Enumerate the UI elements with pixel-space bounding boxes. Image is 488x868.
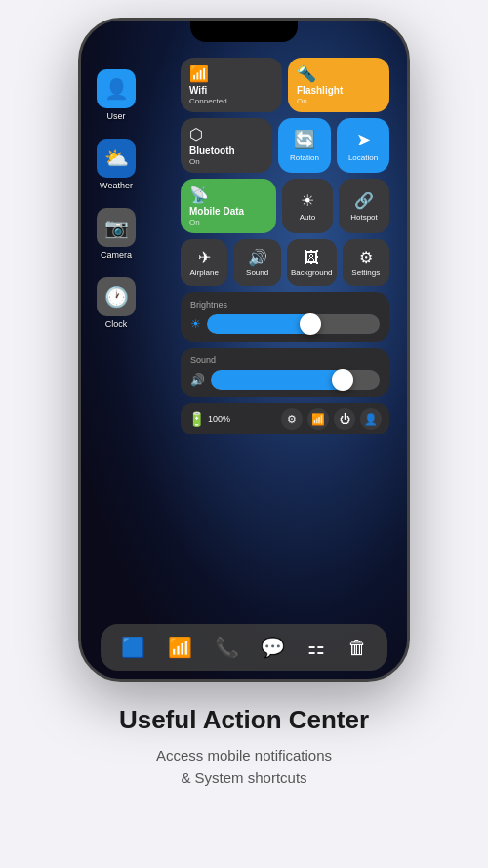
cc-action-row: ✈ Airplane 🔊 Sound 🖼 Background ⚙ Settin… <box>181 239 389 286</box>
sound-vol-icon: 🔊 <box>190 373 205 387</box>
sound-icon: 🔊 <box>248 248 267 267</box>
flashlight-status: On <box>297 97 381 105</box>
airplane-tile[interactable]: ✈ Airplane <box>181 239 227 286</box>
page-subtitle: Access mobile notifications& System shor… <box>119 745 369 789</box>
sound-label: Sound <box>246 269 268 277</box>
mobile-data-label: Mobile Data <box>189 206 267 218</box>
rotation-label: Rotation <box>290 153 319 162</box>
phone-notch <box>190 21 298 42</box>
battery-indicator: 🔋 100% <box>188 411 230 427</box>
phone-dock: 🟦 📶 📞 💬 ⚏ 🗑 <box>101 624 387 671</box>
bluetooth-tile[interactable]: ⬡ Bluetooth On <box>181 118 272 173</box>
mobile-data-status: On <box>189 218 267 227</box>
brightness-slider[interactable] <box>207 314 380 334</box>
sound-slider-section: Sound 🔊 <box>181 348 389 397</box>
location-label: Location <box>348 153 378 162</box>
settings-icon: ⚙ <box>359 248 373 267</box>
page-title: Useful Action Center <box>119 705 369 735</box>
dock-messages-icon[interactable]: 💬 <box>261 636 285 659</box>
cc-row-3: 📡 Mobile Data On ☀ Auto 🔗 Hotspot <box>181 179 389 233</box>
rotation-tile[interactable]: 🔄 Rotation <box>278 118 331 173</box>
location-icon: ➤ <box>356 129 371 150</box>
bluetooth-icon: ⬡ <box>189 125 264 144</box>
phone-frame: 👤 User ⛅ Weather 📷 Camera 🕐 Clock 📶 <box>78 18 410 682</box>
cc-row-1: 📶 Wifi Connected 🔦 Flashlight On <box>181 58 389 112</box>
app-clock[interactable]: 🕐 Clock <box>97 277 136 329</box>
settings-status-btn[interactable]: ⚙ <box>281 408 303 430</box>
bluetooth-status: On <box>189 157 264 166</box>
wifi-icon: 📶 <box>189 64 273 83</box>
location-tile[interactable]: ➤ Location <box>337 118 389 173</box>
dock-phone-icon[interactable]: 📞 <box>215 636 239 659</box>
battery-percent: 100% <box>208 414 230 424</box>
wifi-label: Wifi <box>189 85 273 97</box>
background-tile[interactable]: 🖼 Background <box>287 239 337 286</box>
app-camera-label: Camera <box>101 250 132 260</box>
app-user-label: User <box>106 111 125 121</box>
background-icon: 🖼 <box>304 249 319 267</box>
app-weather[interactable]: ⛅ Weather <box>97 139 136 190</box>
cc-row-2: ⬡ Bluetooth On 🔄 Rotation ➤ Location <box>181 118 389 173</box>
mobile-data-tile[interactable]: 📡 Mobile Data On <box>181 179 276 233</box>
sound-tile[interactable]: 🔊 Sound <box>233 239 280 286</box>
hotspot-tile[interactable]: 🔗 Hotspot <box>339 179 389 233</box>
cc-status-bar: 🔋 100% ⚙ 📶 ⏻ 👤 <box>181 403 389 434</box>
control-center-panel: 📶 Wifi Connected 🔦 Flashlight On ⬡ Bluet… <box>173 50 397 620</box>
home-app-list: 👤 User ⛅ Weather 📷 Camera 🕐 Clock <box>97 69 136 329</box>
dock-signal-icon[interactable]: 📶 <box>168 636 192 659</box>
auto-icon: ☀ <box>301 191 314 210</box>
sound-slider-label: Sound <box>190 355 380 365</box>
airplane-icon: ✈ <box>198 248 211 267</box>
dock-trash-icon[interactable]: 🗑 <box>347 637 367 659</box>
airplane-label: Airplane <box>190 269 219 277</box>
brightness-label: Brightnes <box>190 300 380 310</box>
app-user[interactable]: 👤 User <box>97 69 136 121</box>
sound-vol-slider[interactable] <box>211 370 380 390</box>
app-camera-icon: 📷 <box>97 208 136 247</box>
brightness-icon: ☀ <box>190 317 201 331</box>
dock-finder-icon[interactable]: 🟦 <box>121 636 145 659</box>
wifi-status-btn[interactable]: 📶 <box>307 408 329 430</box>
bluetooth-label: Bluetooth <box>189 145 264 157</box>
status-icons: ⚙ 📶 ⏻ 👤 <box>281 408 382 430</box>
app-clock-icon: 🕐 <box>97 277 136 316</box>
app-weather-icon: ⛅ <box>97 139 136 178</box>
app-clock-label: Clock <box>105 319 128 329</box>
auto-label: Auto <box>300 213 315 222</box>
app-weather-label: Weather <box>100 181 133 190</box>
brightness-section: Brightnes ☀ <box>181 292 389 342</box>
settings-tile[interactable]: ⚙ Settings <box>343 239 389 286</box>
rotation-icon: 🔄 <box>294 129 315 150</box>
settings-label: Settings <box>351 269 380 277</box>
flashlight-label: Flashlight <box>297 85 381 97</box>
phone-mockup: 👤 User ⛅ Weather 📷 Camera 🕐 Clock 📶 <box>78 18 410 682</box>
user-status-btn[interactable]: 👤 <box>360 408 382 430</box>
power-btn[interactable]: ⏻ <box>334 408 355 430</box>
mobile-data-icon: 📡 <box>189 186 267 204</box>
bottom-section: Useful Action Center Access mobile notif… <box>80 705 408 789</box>
wifi-status: Connected <box>189 97 273 105</box>
hotspot-label: Hotspot <box>350 213 378 222</box>
flashlight-icon: 🔦 <box>297 64 381 83</box>
app-camera[interactable]: 📷 Camera <box>97 208 136 260</box>
app-user-icon: 👤 <box>97 69 136 108</box>
battery-icon: 🔋 <box>188 411 205 427</box>
flashlight-tile[interactable]: 🔦 Flashlight On <box>288 58 389 112</box>
dock-apps-icon[interactable]: ⚏ <box>307 636 325 659</box>
hotspot-icon: 🔗 <box>354 191 374 210</box>
auto-tile[interactable]: ☀ Auto <box>282 179 333 233</box>
wifi-tile[interactable]: 📶 Wifi Connected <box>181 58 282 112</box>
background-label: Background <box>291 269 333 277</box>
